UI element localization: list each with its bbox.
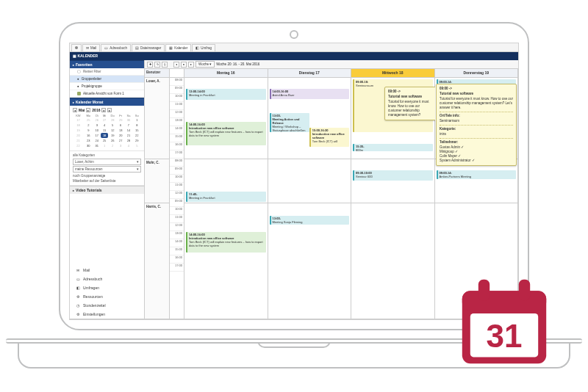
filter-sidelist[interactable]: Mitarbeiter auf der Seitenliste <box>73 178 141 184</box>
sidebar-section-favorites[interactable]: Favoriten <box>70 60 144 68</box>
sidebar: Favoriten ▢ Reiner Filter ● Gruppenleite… <box>70 60 145 319</box>
toolbar-view-select[interactable]: Woche ▾ <box>196 61 215 68</box>
filter-resource-select[interactable]: meine Ressourcen▾ <box>73 166 141 173</box>
mini-calendar-grid[interactable]: KWMoDiMiDoFrSaSo 172526272829301 1823456… <box>73 114 141 148</box>
event-tooltip-large: 09:00 -> Tutorial new software Tutorial … <box>436 84 517 166</box>
filter-categories[interactable]: alle Kategorien <box>73 153 141 158</box>
mini-next-month[interactable]: ▸ <box>86 108 90 112</box>
svg-rect-3 <box>478 280 490 301</box>
day-header-thu[interactable]: Donnerstag 19 <box>435 69 518 78</box>
tab-calendar[interactable]: ▦ Kalender <box>165 44 191 51</box>
poll-icon: ◧ <box>76 286 80 290</box>
event[interactable]: 09:30-10:00Seminar 600 <box>353 170 433 181</box>
event[interactable]: 13:00-Meeting Sonja Fleming <box>270 216 350 225</box>
book-icon: ▭ <box>76 277 80 281</box>
user-column: Benutzer Loser, A. Mohr, C. Harris, C. <box>145 69 170 319</box>
toolbar-next[interactable]: ▸ <box>188 62 194 68</box>
filter-groupview[interactable]: noch Gruppenanzeige <box>73 173 141 178</box>
filter-user-select[interactable]: Loser, Achim▾ <box>73 159 141 165</box>
settings-icon: ⚙ <box>76 312 80 316</box>
day-col-wed: Mittwoch 18 09:00-18:Seminarraum 15:35-8… <box>351 69 435 319</box>
mini-prev-year[interactable]: ◂ <box>101 108 106 112</box>
event[interactable]: 09:00-14:Amber-Partners Meeting <box>437 170 517 179</box>
event[interactable]: 13:00-14:00Meeting in Frankfurt <box>186 89 266 100</box>
day-header-wed[interactable]: Mittwoch 18 <box>351 69 434 78</box>
svg-text:31: 31 <box>487 318 523 354</box>
nav-addressbook[interactable]: ▭Adressbuch <box>70 275 144 283</box>
calendar-day-icon: 31 <box>456 273 553 370</box>
user-row-2: Harris, C. <box>145 203 169 283</box>
event[interactable]: 15:00-16:30Introduction new office softw… <box>309 128 349 147</box>
user-row-0: Loser, A. <box>145 78 169 159</box>
svg-rect-4 <box>519 280 530 301</box>
svg-rect-1 <box>462 291 546 310</box>
mini-prev-month[interactable]: ◂ <box>73 108 77 112</box>
event[interactable]: 14:00-16:00Introduction new office softw… <box>186 122 266 145</box>
event[interactable]: 14:00-16:00Introduction new office softw… <box>186 232 266 253</box>
footer-text: Powered by Digital-I-Development CRL 12.… <box>70 319 518 320</box>
toolbar-date-range: Woche 20: 16. - 20. Mai 2016 <box>216 62 259 66</box>
toolbar-new[interactable]: ✚ <box>147 62 153 68</box>
tab-filemanager[interactable]: ▤ Dateimanager <box>132 44 165 51</box>
day-col-tue: Dienstag 17 14:00-16:00Astrid Anna Baer … <box>268 69 352 319</box>
nav-resources[interactable]: ⚙Ressourcen <box>70 292 144 301</box>
fav-item-1[interactable]: ● Gruppenleiter <box>70 76 144 83</box>
mini-month-label: Mai <box>79 108 85 112</box>
event[interactable]: 11:45-Meeting in Frankfurt <box>186 192 266 202</box>
fav-item-2[interactable]: ● Projektgruppe <box>70 83 144 90</box>
sidebar-section-tutorials[interactable]: Video Tutorials <box>70 186 144 194</box>
event[interactable]: 15:35-800m <box>353 144 433 151</box>
mini-calendar: ◂ Mai ▸ 2016 ◂ ▸ KWMoDiMiDoFrSaSo 172526… <box>70 106 144 151</box>
nav-mail[interactable]: ✉Mail <box>70 266 144 275</box>
sidebar-filters: alle Kategorien Loser, Achim▾ meine Ress… <box>70 151 144 186</box>
tab-addressbook[interactable]: ▭ Adressbuch <box>101 44 131 51</box>
nav-timesheet[interactable]: ◷Stundenzettel <box>70 301 144 310</box>
mini-year-label: 2016 <box>92 108 100 112</box>
mail-icon: ✉ <box>76 268 80 272</box>
nav-settings[interactable]: ⚙Einstellungen <box>70 310 144 319</box>
tab-mail[interactable]: ✉ Mail <box>82 44 100 51</box>
user-column-header: Benutzer <box>145 69 169 78</box>
event[interactable]: 13:00-Meeting Action und ReleaseMeeting … <box>270 113 309 132</box>
tab-poll[interactable]: ◧ Umfrag <box>192 44 215 51</box>
event-tooltip-small: 09:00 -> Tutorial new software Tutorial … <box>384 87 437 120</box>
calendar-toolbar: ✚ ↻ ⎙ ◂ ● ▸ Woche ▾ Woche 20: 16. - 20. … <box>145 60 518 69</box>
toolbar-print[interactable]: ⎙ <box>162 62 168 68</box>
user-row-1: Mohr, C. <box>145 159 169 203</box>
toolbar-today[interactable]: ● <box>181 62 187 68</box>
fav-item-3[interactable]: Aktuelle Ansicht von Form 1 <box>70 90 144 98</box>
fav-item-0[interactable]: ▢ Reiner Filter <box>70 68 144 76</box>
nav-polls[interactable]: ◧Umfragen <box>70 283 144 292</box>
app-brand: ▦ KALENDER <box>70 52 518 60</box>
day-header-tue[interactable]: Dienstag 17 <box>268 69 351 78</box>
time-column: 08:0009:0010:0011:0012:0013:0014:0015:00… <box>170 69 184 319</box>
main-tabstrip: ✉ Mail ▭ Adressbuch ▤ Dateimanager ▦ Kal… <box>70 43 518 52</box>
mini-next-year[interactable]: ▸ <box>107 108 112 112</box>
day-header-mon[interactable]: Montag 16 <box>184 69 268 78</box>
app-screen: ✉ Mail ▭ Adressbuch ▤ Dateimanager ▦ Kal… <box>69 43 519 320</box>
gear-icon: ⚙ <box>76 294 80 299</box>
clock-icon: ◷ <box>76 303 80 308</box>
toolbar-refresh[interactable]: ↻ <box>154 62 160 68</box>
toolbar-prev[interactable]: ◂ <box>173 62 179 68</box>
sidebar-section-month[interactable]: Kalender Monat <box>70 98 144 106</box>
tab-home[interactable] <box>71 44 82 51</box>
day-col-mon: Montag 16 13:00-14:00Meeting in Frankfur… <box>184 69 268 319</box>
event[interactable]: 14:00-16:00Astrid Anna Baer <box>270 89 350 99</box>
